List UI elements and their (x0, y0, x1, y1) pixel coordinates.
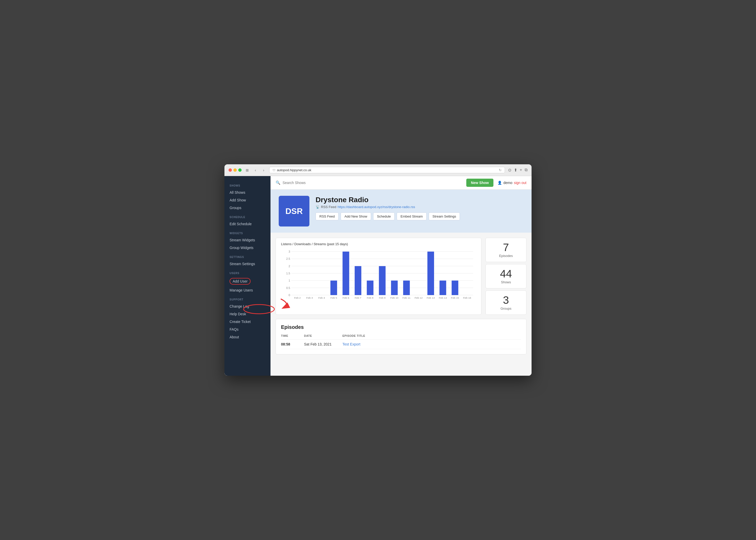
svg-text:Feb 13: Feb 13 (427, 297, 435, 299)
chart-title: Listens / Downloads / Streams (past 15 d… (281, 242, 476, 246)
show-logo: DSR (279, 196, 310, 226)
chart-area: 00.511.522.53Feb 2Feb 3Feb 4Feb 5Feb 6Fe… (281, 249, 476, 305)
show-button-4[interactable]: Stream Settings (429, 212, 460, 220)
sidebar-item-add-show[interactable]: Add Show (224, 196, 271, 204)
user-icon: 👤 (497, 181, 502, 185)
episodes-area: Episodes TIME DATE EPISODE TITLE 08:58 S… (276, 319, 526, 354)
svg-text:Feb 2: Feb 2 (294, 297, 301, 299)
svg-text:Feb 16: Feb 16 (463, 297, 471, 299)
stat-box-shows: 44Shows (485, 264, 526, 288)
sidebar-item-stream-settings[interactable]: Stream Settings (224, 260, 271, 268)
lock-icon: 🛡 (273, 169, 275, 172)
svg-text:Feb 5: Feb 5 (330, 297, 337, 299)
sidebar-item-group-widgets[interactable]: Group Widgets (224, 244, 271, 252)
sidebar-section-label-schedule: SCHEDULE (224, 212, 271, 220)
share-icon[interactable]: ⬆ (514, 168, 517, 173)
svg-text:Feb 11: Feb 11 (403, 297, 411, 299)
sidebar-section-label-shows: SHOWS (224, 180, 271, 189)
sign-out-link[interactable]: sign out (514, 181, 526, 185)
episode-time: 08:58 (281, 342, 302, 346)
svg-text:Feb 15: Feb 15 (451, 297, 459, 299)
reload-icon[interactable]: ↻ (499, 168, 502, 172)
sidebar-item-manage-users[interactable]: Manage Users (224, 286, 271, 294)
col-date: DATE (304, 334, 340, 337)
stats-area: Listens / Downloads / Streams (past 15 d… (271, 233, 532, 315)
sidebar-item-faqs[interactable]: FAQs (224, 326, 271, 333)
sidebar-item-groups[interactable]: Groups (224, 204, 271, 212)
show-info: Drystone Radio 📡 RSS Feed https://dashbo… (315, 196, 523, 220)
sidebar-item-about[interactable]: About (224, 333, 271, 341)
svg-rect-32 (428, 252, 434, 295)
episodes-table-header: TIME DATE EPISODE TITLE (281, 334, 521, 339)
sidebar: SHOWSAll ShowsAdd ShowGroupsSCHEDULEEdit… (224, 176, 271, 376)
url-text: autopod.hippynet.co.uk (277, 168, 311, 172)
episode-title-link[interactable]: Test Export (342, 342, 521, 346)
user-name: demo (503, 181, 512, 185)
forward-icon[interactable]: › (261, 168, 266, 173)
sidebar-item-add-user[interactable]: Add User (224, 276, 271, 286)
svg-rect-17 (330, 281, 337, 295)
back-icon[interactable]: ‹ (253, 168, 258, 173)
svg-rect-29 (403, 281, 410, 295)
sidebar-item-create-ticket[interactable]: Create Ticket (224, 318, 271, 326)
tabs-icon[interactable]: ⧉ (525, 168, 528, 173)
downloads-icon[interactable]: ⊙ (508, 168, 511, 173)
show-button-3[interactable]: Embed Stream (397, 212, 427, 220)
svg-text:Feb 14: Feb 14 (439, 297, 447, 299)
rss-icon: 📡 (315, 205, 319, 209)
svg-rect-34 (440, 281, 446, 295)
top-bar: 🔍 New Show 👤 demo sign out (271, 176, 532, 190)
stats-side: 7Episodes44Shows3Groups (485, 238, 526, 315)
stat-number: 44 (490, 268, 522, 279)
traffic-lights (228, 168, 242, 172)
show-button-2[interactable]: Schedule (373, 212, 395, 220)
rss-url-link[interactable]: https://dashboard.autopod.xyz/rss/drysto… (337, 205, 415, 209)
rss-label: RSS Feed (321, 205, 336, 209)
user-info: 👤 demo sign out (497, 181, 526, 185)
sidebar-item-help-desk[interactable]: Help Desk (224, 310, 271, 318)
show-button-1[interactable]: Add New Show (341, 212, 371, 220)
chart-container: Listens / Downloads / Streams (past 15 d… (276, 238, 481, 315)
sidebar-section-label-widgets: WIDGETS (224, 228, 271, 236)
svg-text:Feb 6: Feb 6 (343, 297, 349, 299)
episode-row: 08:58 Sat Feb 13, 2021 Test Export (281, 339, 521, 349)
maximize-button[interactable] (238, 168, 242, 172)
svg-text:0: 0 (289, 294, 290, 297)
svg-text:3: 3 (289, 250, 290, 253)
show-logo-text: DSR (285, 206, 303, 216)
show-button-0[interactable]: RSS Feed (315, 212, 338, 220)
episode-date: Sat Feb 13, 2021 (304, 342, 340, 346)
svg-text:1.5: 1.5 (286, 272, 290, 275)
main-content: 🔍 New Show 👤 demo sign out DSR (271, 176, 532, 376)
close-button[interactable] (228, 168, 232, 172)
minimize-button[interactable] (233, 168, 237, 172)
show-buttons: RSS FeedAdd New ShowScheduleEmbed Stream… (315, 212, 523, 220)
sidebar-item-change-log[interactable]: Change Log (224, 303, 271, 310)
new-tab-icon[interactable]: + (520, 168, 522, 173)
svg-text:Feb 10: Feb 10 (390, 297, 398, 299)
svg-text:0.5: 0.5 (286, 286, 290, 289)
svg-text:2.5: 2.5 (286, 257, 290, 260)
svg-rect-36 (452, 281, 458, 295)
search-input[interactable] (283, 181, 334, 185)
new-show-button[interactable]: New Show (466, 179, 493, 187)
svg-rect-19 (342, 252, 349, 295)
col-time: TIME (281, 334, 302, 337)
episodes-rows: 08:58 Sat Feb 13, 2021 Test Export (281, 339, 521, 349)
address-bar[interactable]: 🛡 autopod.hippynet.co.uk ↻ (269, 167, 505, 173)
stat-label: Episodes (490, 254, 522, 258)
browser-chrome: ⊞ ‹ › 🛡 autopod.hippynet.co.uk ↻ ⊙ ⬆ + ⧉ (224, 164, 532, 176)
sidebar-item-stream-widgets[interactable]: Stream Widgets (224, 236, 271, 244)
browser-actions: ⊙ ⬆ + ⧉ (508, 168, 528, 173)
svg-text:Feb 3: Feb 3 (306, 297, 313, 299)
show-header: DSR Drystone Radio 📡 RSS Feed https://da… (271, 190, 532, 233)
sidebar-item-edit-schedule[interactable]: Edit Schedule (224, 220, 271, 228)
chart-svg: 00.511.522.53Feb 2Feb 3Feb 4Feb 5Feb 6Fe… (281, 249, 476, 305)
svg-text:Feb 7: Feb 7 (355, 297, 361, 299)
svg-text:Feb 12: Feb 12 (415, 297, 423, 299)
sidebar-toggle-icon[interactable]: ⊞ (245, 168, 250, 173)
show-rss: 📡 RSS Feed https://dashboard.autopod.xyz… (315, 205, 523, 209)
sidebar-item-all-shows[interactable]: All Shows (224, 189, 271, 196)
sidebar-section-label-support: SUPPORT (224, 294, 271, 303)
svg-rect-27 (391, 281, 398, 295)
